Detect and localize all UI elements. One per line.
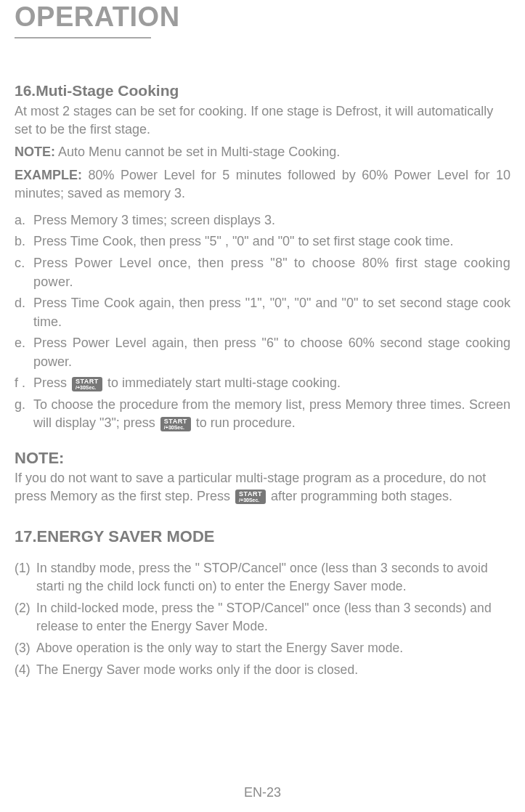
page-number: EN-23	[0, 785, 525, 800]
start-line2: /+30Sec.	[164, 425, 187, 430]
item-marker: (4)	[15, 661, 33, 679]
note-label: NOTE:	[15, 145, 55, 159]
step-marker: e.	[15, 334, 30, 353]
example-text: 80% Power Level for 5 minutes followed b…	[15, 168, 510, 200]
section-16-heading: 16.Muti-Stage Cooking	[15, 82, 510, 100]
list-item: (3) Above operation is the only way to s…	[36, 639, 510, 657]
step-marker: b.	[15, 232, 30, 251]
list-item: (4) The Energy Saver mode works only if …	[36, 661, 510, 679]
step-text-post: to run procedure.	[196, 415, 296, 430]
step-text-post: to immediately start multi-stage cooking…	[107, 375, 341, 390]
note-post: after programming both stages.	[271, 489, 452, 503]
step-marker: a.	[15, 211, 30, 230]
page-title: OPERATION	[15, 0, 510, 37]
start-line2: /+30Sec.	[239, 498, 262, 503]
step-text: Press Power Level again, then press "6" …	[33, 336, 510, 369]
step-text: Press Time Cook again, then press "1", "…	[33, 296, 510, 329]
item-marker: (2)	[15, 599, 33, 617]
section-16-steps: a. Press Memory 3 times; screen displays…	[15, 211, 510, 433]
section-16-intro: At most 2 stages can be set for cooking.…	[15, 102, 510, 139]
title-underline	[15, 37, 151, 38]
step-text: Press Memory 3 times; screen displays 3.	[33, 213, 275, 227]
step-marker: f .	[15, 374, 30, 393]
step-e: e. Press Power Level again, then press "…	[33, 334, 510, 371]
note-text: Auto Menu cannot be set in Multi-stage C…	[55, 145, 340, 159]
start-line1: START	[239, 491, 262, 498]
start-line1: START	[76, 378, 99, 385]
start-button-icon: START /+30Sec.	[72, 377, 102, 391]
step-text-pre: Press	[33, 375, 70, 390]
start-button-icon: START /+30Sec.	[235, 490, 266, 504]
item-marker: (3)	[15, 639, 33, 657]
example-label: EXAMPLE:	[15, 168, 82, 182]
note-body: If you do not want to save a particular …	[15, 469, 510, 506]
note-heading: NOTE:	[15, 449, 510, 468]
start-line2: /+30Sec.	[76, 385, 99, 390]
step-c: c. Press Power Level once, then press "8…	[33, 254, 510, 291]
step-text: Press Time Cook, then press "5" , "0" an…	[33, 234, 454, 248]
list-item: (1) In standby mode, press the " STOP/Ca…	[36, 559, 510, 596]
start-line1: START	[164, 418, 187, 425]
section-17-heading: 17.ENERGY SAVER MODE	[15, 527, 510, 546]
step-marker: d.	[15, 294, 30, 313]
step-g: g. To choose the procedure from the memo…	[33, 396, 510, 433]
step-d: d. Press Time Cook again, then press "1"…	[33, 294, 510, 331]
item-text: In child-locked mode, press the " STOP/C…	[36, 601, 492, 633]
start-button-icon: START /+30Sec.	[160, 417, 191, 431]
step-marker: c.	[15, 254, 30, 273]
item-text: The Energy Saver mode works only if the …	[36, 662, 358, 677]
step-a: a. Press Memory 3 times; screen displays…	[33, 211, 510, 230]
item-text: Above operation is the only way to start…	[36, 641, 403, 655]
section-16-note: NOTE: Auto Menu cannot be set in Multi-s…	[15, 143, 510, 161]
step-marker: g.	[15, 396, 30, 415]
section-17-list: (1) In standby mode, press the " STOP/Ca…	[15, 559, 510, 678]
step-f: f . Press START /+30Sec. to immediately …	[33, 374, 510, 393]
item-marker: (1)	[15, 559, 33, 577]
section-16-example: EXAMPLE: 80% Power Level for 5 minutes f…	[15, 166, 510, 203]
step-b: b. Press Time Cook, then press "5" , "0"…	[33, 232, 510, 251]
step-text: Press Power Level once, then press "8" t…	[33, 256, 510, 289]
list-item: (2) In child-locked mode, press the " ST…	[36, 599, 510, 636]
item-text: In standby mode, press the " STOP/Cancel…	[36, 561, 488, 593]
